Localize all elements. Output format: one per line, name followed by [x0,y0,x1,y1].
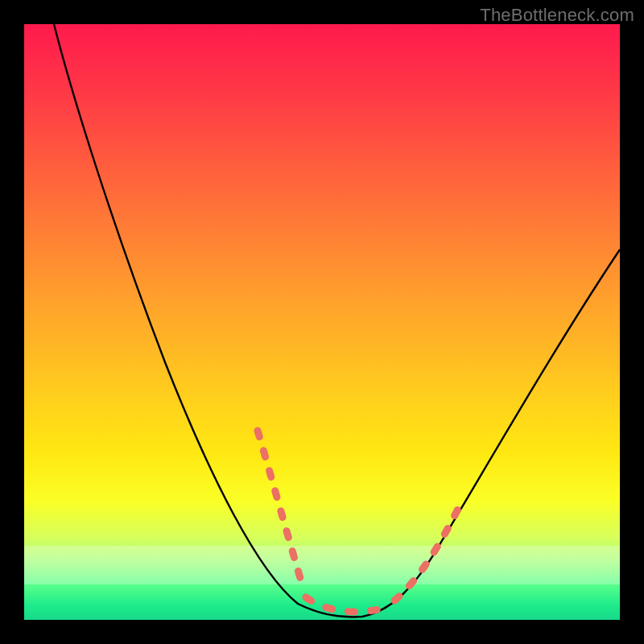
dotted-overlay-left [258,431,302,584]
dotted-overlay-valley [306,597,382,612]
bottleneck-curve [24,24,620,620]
dotted-overlay-right [394,507,459,601]
curve-path [54,24,620,617]
plot-area [24,24,620,620]
watermark-label: TheBottleneck.com [480,5,634,26]
chart-frame: TheBottleneck.com [0,0,644,644]
